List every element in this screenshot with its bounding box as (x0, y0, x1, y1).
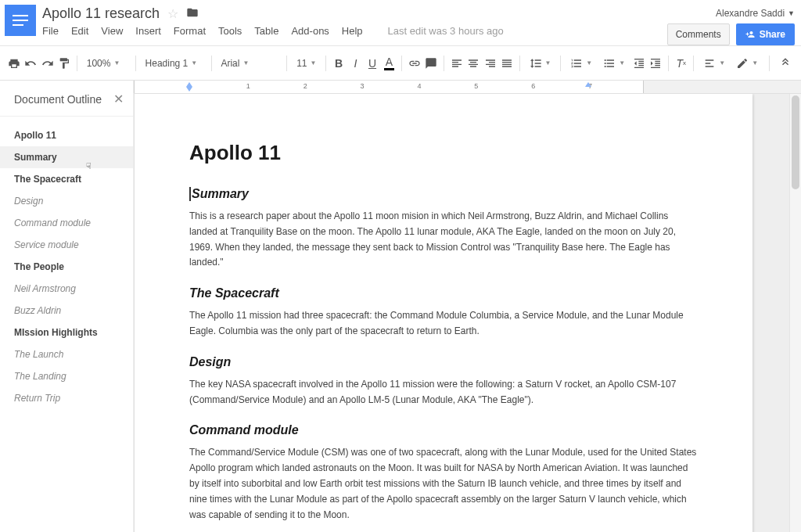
outline-title: Document Outline (14, 93, 102, 106)
indent-decrease-icon[interactable] (631, 54, 646, 73)
outline-item[interactable]: The People (0, 256, 133, 278)
outline-item[interactable]: Neil Armstrong (0, 278, 133, 300)
link-icon[interactable] (407, 54, 422, 73)
menu-bar: File Edit View Insert Format Tools Table… (42, 25, 667, 37)
underline-icon[interactable]: U (365, 54, 379, 73)
doc-paragraph[interactable]: The Command/Service Module (CSM) was one… (189, 445, 698, 523)
align-left-icon[interactable] (449, 54, 464, 73)
menu-table[interactable]: Table (254, 25, 278, 37)
bullet-list-icon[interactable]: ▼ (598, 54, 630, 73)
text-color-icon[interactable]: A (382, 54, 397, 73)
clear-formatting-icon[interactable]: Tx (673, 54, 688, 73)
menu-file[interactable]: File (42, 25, 59, 37)
comment-icon[interactable] (424, 54, 439, 73)
outline-item[interactable]: Summary (0, 146, 133, 168)
star-icon[interactable]: ☆ (167, 6, 178, 21)
doc-heading[interactable]: Summary (189, 187, 698, 201)
doc-paragraph[interactable]: The Apollo 11 mission had three spacecra… (189, 308, 698, 340)
outline-item[interactable]: Command module (0, 212, 133, 234)
menu-view[interactable]: View (101, 25, 123, 37)
account-name[interactable]: Alexandre Saddi (716, 8, 785, 19)
share-button[interactable]: Share (736, 23, 795, 45)
outline-item[interactable]: The Landing (0, 365, 133, 387)
menu-help[interactable]: Help (342, 25, 363, 37)
zoom-dropdown[interactable]: 100%▼ (82, 54, 131, 73)
align-justify-icon[interactable] (499, 54, 514, 73)
menu-tools[interactable]: Tools (218, 25, 242, 37)
bold-icon[interactable]: B (331, 54, 346, 73)
share-label: Share (760, 29, 785, 40)
outline-item[interactable]: Return Trip (0, 387, 133, 409)
close-outline-icon[interactable]: ✕ (113, 92, 124, 106)
doc-paragraph[interactable]: This is a research paper about the Apoll… (189, 209, 698, 271)
line-spacing-icon[interactable]: ▼ (525, 54, 556, 73)
menu-format[interactable]: Format (174, 25, 206, 37)
document-outline-panel: Document Outline ✕ Apollo 11SummaryThe S… (0, 81, 134, 532)
indent-increase-icon[interactable] (648, 54, 663, 73)
doc-heading[interactable]: Command module (189, 423, 698, 437)
zoom-value: 100% (87, 58, 111, 69)
input-tools-icon[interactable]: ▼ (699, 54, 730, 73)
toolbar: 100%▼ Heading 1▼ Arial▼ 11▼ B I U A ▼ ▼ … (0, 45, 801, 81)
redo-icon[interactable] (40, 54, 55, 73)
document-canvas[interactable]: Apollo 11 SummaryThis is a research pape… (134, 94, 801, 532)
outline-item[interactable]: The Launch (0, 343, 133, 365)
doc-heading[interactable]: The Spacecraft (189, 286, 698, 300)
docs-logo-icon[interactable] (5, 5, 36, 36)
menu-edit[interactable]: Edit (71, 25, 88, 37)
print-icon[interactable] (6, 54, 21, 73)
menu-addons[interactable]: Add-ons (291, 25, 329, 37)
outline-item[interactable]: Service module (0, 234, 133, 256)
folder-icon[interactable] (186, 6, 199, 21)
italic-icon[interactable]: I (348, 54, 363, 73)
align-center-icon[interactable] (465, 54, 480, 73)
doc-heading[interactable]: Design (189, 355, 698, 369)
align-right-icon[interactable] (483, 54, 497, 73)
doc-heading-title[interactable]: Apollo 11 (189, 141, 698, 165)
collapse-toolbar-icon[interactable] (776, 54, 795, 73)
style-value: Heading 1 (145, 58, 189, 69)
document-page[interactable]: Apollo 11 SummaryThis is a research pape… (135, 94, 753, 532)
vertical-scrollbar[interactable] (789, 94, 801, 532)
paint-format-icon[interactable] (56, 54, 71, 73)
outline-item[interactable]: Design (0, 190, 133, 212)
outline-item[interactable]: MIssion Highlights (0, 322, 133, 343)
undo-icon[interactable] (23, 54, 38, 73)
document-title[interactable]: Apollo 11 research (42, 5, 160, 22)
person-add-icon (745, 30, 755, 39)
font-size-value: 11 (296, 58, 307, 69)
title-bar: Apollo 11 research ☆ File Edit View Inse… (0, 0, 801, 45)
outline-item[interactable]: The Spacecraft (0, 168, 133, 190)
style-dropdown[interactable]: Heading 1▼ (141, 54, 207, 73)
numbered-list-icon[interactable]: ▼ (566, 54, 597, 73)
comments-button[interactable]: Comments (667, 23, 730, 45)
font-dropdown[interactable]: Arial▼ (216, 54, 282, 73)
last-edit-status: Last edit was 3 hours ago (388, 25, 504, 37)
menu-insert[interactable]: Insert (135, 25, 161, 37)
scrollbar-thumb[interactable] (792, 95, 799, 189)
font-value: Arial (221, 58, 239, 69)
doc-paragraph[interactable]: The key NASA spacecraft involved in the … (189, 377, 698, 408)
outline-item[interactable]: Apollo 11 (0, 124, 133, 146)
account-caret-icon[interactable]: ▼ (788, 9, 795, 17)
horizontal-ruler[interactable]: 1234567 (134, 81, 801, 94)
editing-mode-icon[interactable]: ▼ (731, 54, 763, 73)
outline-item[interactable]: Buzz Aldrin (0, 300, 133, 322)
font-size-dropdown[interactable]: 11▼ (292, 54, 321, 73)
